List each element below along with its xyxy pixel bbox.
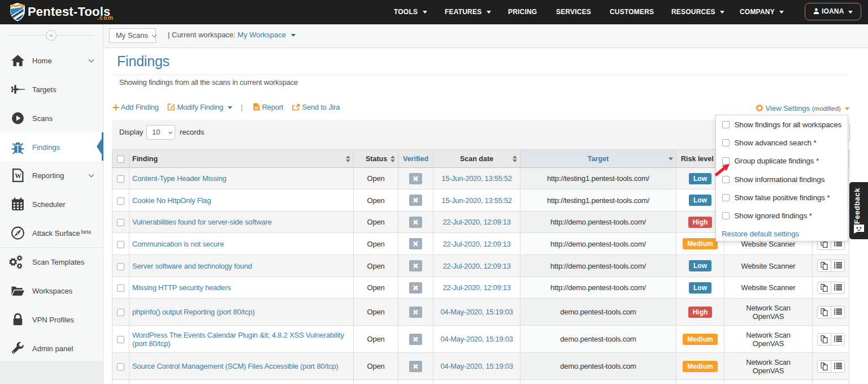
- svg-text:W: W: [15, 172, 21, 179]
